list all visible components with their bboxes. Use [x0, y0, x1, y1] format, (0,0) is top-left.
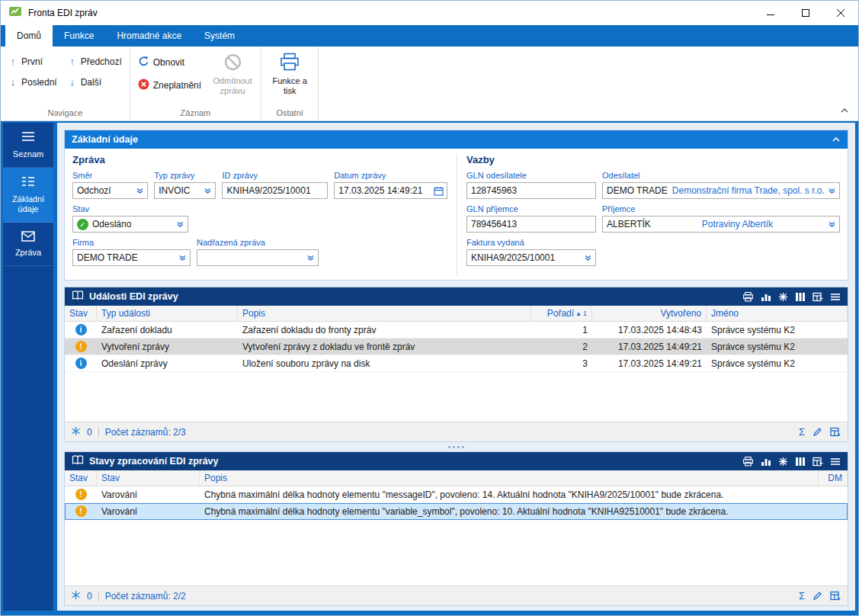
data-export-icon[interactable] — [813, 457, 823, 467]
panel-header-udalosti: Události EDI zprávy — [65, 287, 848, 306]
sidebar-item-zprava[interactable]: Zpráva — [3, 223, 53, 266]
tab-funkce[interactable]: Funkce — [53, 25, 105, 47]
column-header-jmeno[interactable]: Jméno — [707, 306, 848, 321]
odesilatel-link[interactable]: Demonstrační firma Trade, spol. s r.o. — [672, 185, 825, 196]
dropdown-icon[interactable] — [825, 217, 838, 232]
maximize-button[interactable] — [788, 1, 823, 25]
typ-zpravy-combobox[interactable]: INVOIC — [154, 182, 216, 199]
table-row-selected[interactable]: ! Vytvoření zprávy Vytvoření zprávy z do… — [65, 338, 848, 355]
id-zpravy-field[interactable]: KNIHA9/2025/10001 — [222, 182, 328, 199]
edit-icon[interactable] — [813, 591, 822, 601]
group-caption-zaznam: Záznam — [135, 106, 256, 120]
column-header-popis[interactable]: Popis — [238, 306, 531, 321]
close-button[interactable] — [823, 1, 858, 25]
stav-combobox[interactable]: ✓ Odesláno — [72, 216, 188, 233]
smer-combobox[interactable]: Odchozí — [72, 182, 148, 199]
prijemce-value: ALBERTÍK — [607, 219, 651, 229]
dropdown-icon[interactable] — [133, 183, 146, 198]
filter-asterisk-icon[interactable] — [71, 426, 81, 438]
table-row-selected[interactable]: ! Varování Chybná maximální délka hodnot… — [65, 503, 848, 520]
datum-zpravy-field[interactable]: 17.03.2025 14:49:21 — [334, 182, 447, 199]
events-table-body: i Zařazení dokladu Zařazení dokladu do f… — [65, 322, 848, 422]
field-label: ID zprávy — [222, 171, 328, 180]
column-header-dm[interactable]: DM — [819, 470, 848, 486]
gln-prijemce-field[interactable]: 789456413 — [466, 216, 596, 233]
dropdown-icon[interactable] — [176, 250, 188, 265]
column-header-typ-udalosti[interactable]: Typ události — [97, 306, 238, 321]
nadrazena-zprava-combobox[interactable] — [197, 249, 319, 266]
menu-icon[interactable] — [830, 457, 841, 466]
related-records-icon[interactable] — [778, 292, 788, 302]
sort-asc-icon: ▲ — [575, 310, 582, 317]
faktura-vydana-combobox[interactable]: KNIHA9/2025/10001 — [466, 249, 596, 266]
sidebar-item-zakladni-udaje[interactable]: Základní údaje — [3, 168, 53, 223]
titlebar: Fronta EDI zpráv — [1, 1, 858, 25]
calendar-icon[interactable] — [431, 183, 445, 198]
panel-title: Události EDI zprávy — [89, 291, 178, 302]
states-table-footer: 0 Počet záznamů: 2/2 Σ — [65, 586, 848, 605]
column-header-stav[interactable]: Stav — [65, 306, 97, 321]
print-icon[interactable] — [742, 292, 754, 302]
batch-edit-icon[interactable] — [830, 591, 841, 601]
last-record-button[interactable]: ↓ Poslední — [5, 75, 60, 89]
table-row[interactable]: i Zařazení dokladu Zařazení dokladu do f… — [65, 322, 848, 338]
tab-system[interactable]: Systém — [193, 25, 246, 47]
field-label: Stav — [72, 204, 188, 213]
tab-hromadne-akce[interactable]: Hromadné akce — [105, 25, 193, 47]
field-label: GLN odesílatele — [466, 171, 596, 180]
column-header-poradi[interactable]: Pořadí ▲ 1 — [531, 306, 592, 321]
sum-icon[interactable]: Σ — [799, 590, 805, 602]
first-record-button[interactable]: ↑ První — [5, 54, 60, 69]
panel-header-stavy: Stavy zpracování EDI zprávy — [65, 452, 848, 470]
column-header-vytvoreno[interactable]: Vytvořeno — [592, 306, 707, 321]
panel-title: Stavy zpracování EDI zprávy — [89, 456, 219, 467]
functions-print-button[interactable]: Funkce a tisk — [266, 50, 313, 99]
filter-asterisk-icon[interactable] — [71, 590, 81, 602]
invalidate-button[interactable]: Zneplatnění — [135, 77, 204, 94]
table-row[interactable]: ! Varování Chybná maximální délka hodnot… — [65, 486, 848, 503]
data-export-icon[interactable] — [813, 292, 823, 302]
collapse-panel-icon[interactable] — [832, 136, 841, 143]
arrow-down-icon: ↓ — [68, 76, 77, 88]
field-label: GLN příjemce — [466, 204, 596, 213]
chart-icon[interactable] — [761, 292, 771, 302]
print-icon[interactable] — [742, 457, 754, 467]
dropdown-icon[interactable] — [825, 183, 838, 198]
minimize-button[interactable] — [753, 1, 788, 25]
arrow-up-icon: ↑ — [8, 56, 18, 67]
collapse-ribbon-icon[interactable] — [840, 104, 849, 116]
table-row[interactable]: i Odeslání zprávy Uložení souboru zprávy… — [65, 355, 848, 372]
column-header-stav[interactable]: Stav — [97, 470, 200, 486]
refresh-button[interactable]: Obnovit — [135, 54, 204, 71]
column-header-stav-icon[interactable]: Stav — [65, 470, 97, 486]
batch-edit-icon[interactable] — [830, 427, 841, 437]
sidebar-item-seznam[interactable]: Seznam — [3, 123, 53, 168]
menu-icon[interactable] — [830, 293, 841, 301]
reject-message-button[interactable]: Odmítnout zprávu — [209, 50, 256, 99]
previous-record-button[interactable]: ↑ Předchozí — [65, 54, 125, 69]
dropdown-icon[interactable] — [582, 250, 594, 265]
dropdown-icon[interactable] — [201, 183, 213, 198]
section-zprava: Zpráva Směr Odchozí Typ zprávy — [72, 154, 457, 277]
dropdown-icon[interactable] — [304, 250, 316, 265]
group-caption-navigace: Navigace — [5, 106, 125, 120]
related-records-icon[interactable] — [778, 457, 788, 467]
sum-icon[interactable]: Σ — [799, 426, 805, 438]
columns-icon[interactable] — [795, 457, 806, 467]
columns-icon[interactable] — [795, 292, 806, 302]
panel-splitter[interactable] — [64, 442, 848, 451]
tab-domu[interactable]: Domů — [5, 25, 53, 47]
prijemce-combobox[interactable]: ALBERTÍK Potraviny Albertík — [602, 216, 840, 233]
dropdown-icon[interactable] — [174, 217, 186, 232]
warning-icon: ! — [75, 505, 87, 517]
chart-icon[interactable] — [761, 457, 771, 467]
firma-combobox[interactable]: DEMO TRADE — [72, 249, 191, 266]
gln-odesilatele-field[interactable]: 128745963 — [466, 182, 596, 199]
odesilatel-combobox[interactable]: DEMO TRADE Demonstrační firma Trade, spo… — [602, 182, 840, 199]
info-icon: i — [75, 358, 87, 369]
edit-icon[interactable] — [813, 427, 822, 437]
book-icon — [72, 290, 84, 303]
prijemce-link[interactable]: Potraviny Albertík — [702, 219, 774, 229]
column-header-popis[interactable]: Popis — [200, 470, 819, 486]
next-record-button[interactable]: ↓ Další — [65, 75, 125, 89]
